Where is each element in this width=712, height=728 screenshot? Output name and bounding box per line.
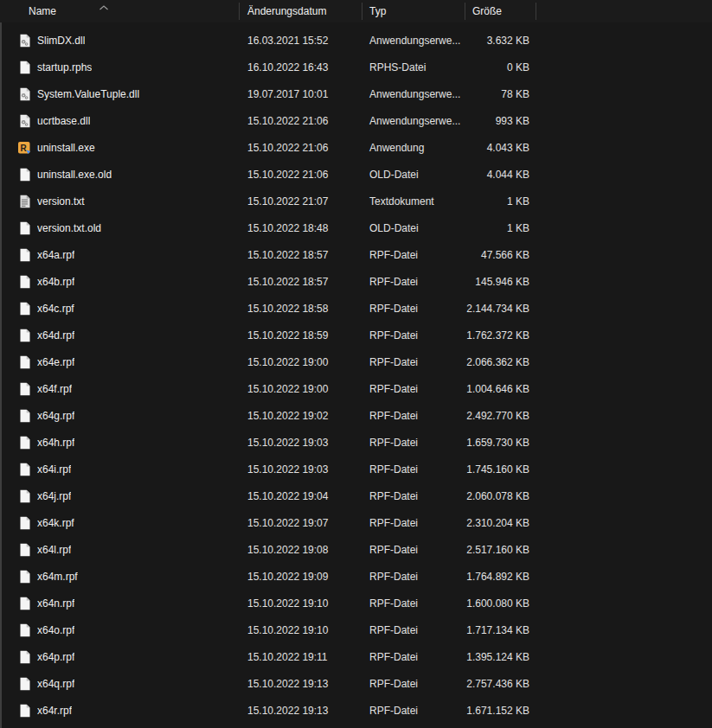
file-row[interactable]: startup.rphs 16.10.2022 16:43 RPHS-Datei… (0, 54, 712, 80)
file-row[interactable]: x64a.rpf 15.10.2022 18:57 RPF-Datei 47.5… (0, 241, 712, 268)
file-row[interactable]: x64m.rpf 15.10.2022 19:09 RPF-Datei 1.76… (0, 563, 712, 590)
column-header-date[interactable]: Änderungsdatum (240, 0, 362, 22)
file-size-cell: 4.043 KB (465, 142, 536, 154)
file-type-cell: RPF-Datei (362, 463, 465, 476)
file-row[interactable]: x64l.rpf 15.10.2022 19:08 RPF-Datei 2.51… (0, 536, 712, 563)
file-date-cell: 15.10.2022 19:10 (240, 624, 362, 636)
file-date-cell: 15.10.2022 21:06 (240, 169, 362, 181)
file-row[interactable]: x64f.rpf 15.10.2022 19:00 RPF-Datei 1.00… (0, 375, 712, 402)
file-row[interactable]: x64j.rpf 15.10.2022 19:04 RPF-Datei 2.06… (0, 482, 712, 509)
file-size-cell: 2.517.160 KB (465, 544, 536, 556)
file-row[interactable]: R uninstall.exe 15.10.2022 21:06 Anwendu… (0, 134, 712, 161)
dll-file-icon (17, 34, 31, 48)
file-name: SlimDX.dll (37, 35, 85, 47)
file-row[interactable]: uninstall.exe.old 15.10.2022 21:06 OLD-D… (0, 161, 712, 188)
file-name-cell: x64i.rpf (0, 463, 240, 476)
file-name: x64h.rpf (37, 437, 74, 449)
file-row[interactable]: SlimDX.dll 16.03.2021 15:52 Anwendungser… (0, 27, 712, 54)
file-row[interactable]: x64b.rpf 15.10.2022 18:57 RPF-Datei 145.… (0, 268, 712, 295)
file-row[interactable]: x64q.rpf 15.10.2022 19:13 RPF-Datei 2.75… (0, 670, 712, 697)
file-row[interactable]: x64h.rpf 15.10.2022 19:03 RPF-Datei 1.65… (0, 429, 712, 456)
column-header-type[interactable]: Typ (362, 0, 465, 22)
file-size-cell: 1.600.080 KB (465, 597, 536, 610)
file-date-cell: 19.07.2017 10:01 (240, 88, 362, 100)
blank-file-icon (17, 302, 31, 316)
file-size-cell: 993 KB (465, 115, 536, 127)
blank-file-icon (17, 570, 31, 584)
file-type-cell: RPF-Datei (362, 651, 465, 663)
file-name: System.ValueTuple.dll (37, 88, 139, 100)
file-row[interactable]: System.ValueTuple.dll 19.07.2017 10:01 A… (0, 80, 712, 107)
file-row[interactable]: x64i.rpf 15.10.2022 19:03 RPF-Datei 1.74… (0, 456, 712, 482)
file-name-cell: x64j.rpf (0, 489, 240, 503)
column-header-name[interactable]: Name (0, 0, 240, 22)
file-date-cell: 15.10.2022 21:07 (240, 195, 362, 208)
file-row[interactable]: x64k.rpf 15.10.2022 19:07 RPF-Datei 2.31… (0, 509, 712, 536)
column-header-size[interactable]: Größe (465, 0, 536, 22)
file-name: version.txt (37, 195, 85, 208)
file-name-cell: x64q.rpf (0, 677, 240, 691)
blank-file-icon (17, 248, 31, 262)
column-resize-handle[interactable] (536, 3, 536, 20)
file-name-cell: System.ValueTuple.dll (0, 87, 240, 101)
file-name-cell: x64d.rpf (0, 329, 240, 342)
file-name: x64o.rpf (37, 624, 74, 636)
file-date-cell: 15.10.2022 19:09 (240, 571, 362, 583)
file-type-cell: RPF-Datei (362, 544, 465, 556)
file-type-cell: RPHS-Datei (362, 61, 465, 73)
blank-file-icon (17, 221, 31, 235)
file-date-cell: 16.03.2021 15:52 (240, 35, 362, 47)
file-row[interactable]: x64n.rpf 15.10.2022 19:10 RPF-Datei 1.60… (0, 590, 712, 616)
file-size-cell: 3.632 KB (465, 35, 536, 47)
file-date-cell: 15.10.2022 19:00 (240, 383, 362, 395)
column-header-date-label: Änderungsdatum (247, 5, 326, 17)
file-size-cell: 2.144.734 KB (465, 303, 536, 315)
file-name-cell: R uninstall.exe (0, 141, 240, 155)
file-date-cell: 15.10.2022 21:06 (240, 142, 362, 154)
file-date-cell: 15.10.2022 19:03 (240, 437, 362, 449)
file-date-cell: 15.10.2022 18:59 (240, 329, 362, 342)
file-size-cell: 2.066.362 KB (465, 356, 536, 368)
file-name: x64m.rpf (37, 571, 78, 583)
column-header-type-label: Typ (369, 5, 386, 17)
file-date-cell: 15.10.2022 19:13 (240, 705, 362, 717)
file-row[interactable]: x64p.rpf 15.10.2022 19:11 RPF-Datei 1.39… (0, 643, 712, 670)
dll-file-icon (17, 87, 31, 101)
file-type-cell: RPF-Datei (362, 303, 465, 315)
file-name: uninstall.exe.old (37, 169, 112, 181)
file-size-cell: 1.004.646 KB (465, 383, 536, 395)
file-type-cell: Anwendungserwe... (362, 115, 465, 127)
file-row[interactable]: x64d.rpf 15.10.2022 18:59 RPF-Datei 1.76… (0, 322, 712, 348)
blank-file-icon (17, 516, 31, 530)
file-type-cell: RPF-Datei (362, 437, 465, 449)
file-row[interactable]: x64c.rpf 15.10.2022 18:58 RPF-Datei 2.14… (0, 295, 712, 322)
file-name: x64e.rpf (37, 356, 74, 368)
file-row[interactable]: version.txt 15.10.2022 21:07 Textdokumen… (0, 188, 712, 214)
file-date-cell: 15.10.2022 19:00 (240, 356, 362, 368)
file-date-cell: 15.10.2022 19:13 (240, 678, 362, 690)
file-row[interactable]: x64o.rpf 15.10.2022 19:10 RPF-Datei 1.71… (0, 616, 712, 643)
file-name-cell: version.txt (0, 195, 240, 208)
file-date-cell: 16.10.2022 16:43 (240, 61, 362, 73)
file-type-cell: RPF-Datei (362, 517, 465, 529)
file-size-cell: 2.757.436 KB (465, 678, 536, 690)
file-row[interactable]: version.txt.old 15.10.2022 18:48 OLD-Dat… (0, 214, 712, 241)
file-row[interactable]: x64g.rpf 15.10.2022 19:02 RPF-Datei 2.49… (0, 402, 712, 429)
file-name: x64j.rpf (37, 490, 71, 502)
file-size-cell: 0 KB (465, 61, 536, 73)
file-row[interactable]: x64r.rpf 15.10.2022 19:13 RPF-Datei 1.67… (0, 697, 712, 724)
file-row[interactable]: x64e.rpf 15.10.2022 19:00 RPF-Datei 2.06… (0, 348, 712, 375)
file-type-cell: RPF-Datei (362, 597, 465, 610)
file-name-cell: x64h.rpf (0, 436, 240, 450)
file-type-cell: RPF-Datei (362, 410, 465, 422)
file-row[interactable]: ucrtbase.dll 15.10.2022 21:06 Anwendungs… (0, 107, 712, 134)
blank-file-icon (17, 168, 31, 182)
file-name-cell: x64a.rpf (0, 248, 240, 262)
chevron-up-icon (99, 1, 109, 13)
file-size-cell: 2.310.204 KB (465, 517, 536, 529)
file-name-cell: x64k.rpf (0, 516, 240, 530)
file-name: x64b.rpf (37, 276, 74, 288)
file-name: uninstall.exe (37, 142, 95, 154)
file-date-cell: 15.10.2022 19:08 (240, 544, 362, 556)
file-name-cell: x64n.rpf (0, 597, 240, 610)
